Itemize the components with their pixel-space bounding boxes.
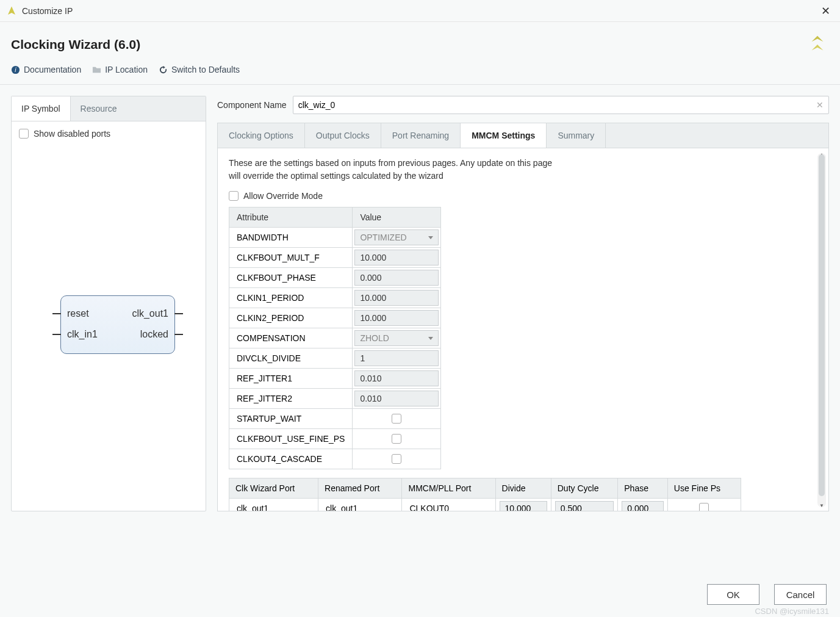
info-icon: i (11, 65, 20, 74)
attr-select[interactable]: OPTIMIZED (354, 229, 439, 245)
attr-name: CLKFBOUT_MULT_F (229, 248, 353, 268)
port-input[interactable]: 0.500 (555, 501, 614, 511)
ok-button[interactable]: OK (707, 584, 759, 605)
allow-override-label: Allow Override Mode (243, 191, 323, 201)
port-input[interactable]: 0.000 (622, 501, 664, 511)
scroll-down-icon[interactable]: ▼ (819, 503, 824, 508)
use-fine-ps-checkbox[interactable] (699, 503, 709, 512)
watermark: CSDN @icysmile131 (755, 607, 829, 616)
chevron-down-icon (428, 236, 433, 239)
page-title: Clocking Wizard (6.0) (11, 37, 806, 52)
cancel-button[interactable]: Cancel (774, 584, 827, 605)
port-clk-in1: clk_in1 (67, 329, 98, 340)
attr-name: CLKIN2_PERIOD (229, 308, 353, 328)
attr-value-cell: 0.000 (353, 268, 441, 288)
app-logo-icon (6, 5, 17, 16)
ip-location-link[interactable]: IP Location (92, 65, 148, 74)
attr-row: CLKIN1_PERIOD10.000 (229, 288, 441, 308)
tab-output-clocks[interactable]: Output Clocks (305, 123, 381, 148)
tab-summary[interactable]: Summary (547, 123, 606, 148)
attr-name: CLKFBOUT_PHASE (229, 268, 353, 288)
component-name-row: Component Name clk_wiz_0 ✕ (217, 96, 829, 114)
tab-port-renaming[interactable]: Port Renaming (381, 123, 461, 148)
component-name-input[interactable]: clk_wiz_0 ✕ (293, 96, 829, 114)
port-cell: CLKOUT0 (402, 499, 495, 512)
documentation-link[interactable]: i Documentation (11, 65, 81, 74)
right-tabs: Clocking Options Output Clocks Port Rena… (217, 123, 829, 148)
attr-value-cell: 10.000 (353, 308, 441, 328)
attr-checkbox[interactable] (354, 431, 439, 447)
port-input[interactable]: 10.000 (500, 501, 547, 511)
folder-icon (92, 65, 101, 74)
tab-ip-symbol[interactable]: IP Symbol (12, 96, 71, 121)
attr-input[interactable]: 10.000 (354, 310, 439, 326)
left-tabs: IP Symbol Resource (12, 96, 206, 121)
attr-value-cell (353, 409, 441, 429)
tab-clocking-options[interactable]: Clocking Options (218, 123, 305, 148)
refresh-icon (159, 65, 168, 74)
description-line2: will override the optimal settings calcu… (229, 170, 817, 182)
port-clk-out1: clk_out1 (132, 308, 168, 319)
attr-row: STARTUP_WAIT (229, 409, 441, 429)
attr-input[interactable]: 0.010 (354, 370, 439, 386)
attr-checkbox[interactable] (354, 411, 439, 427)
attr-value-cell (353, 449, 441, 469)
attr-input[interactable]: 0.000 (354, 270, 439, 286)
port-line-clk-out1 (174, 313, 183, 314)
component-name-label: Component Name (217, 100, 287, 110)
attr-name: REF_JITTER2 (229, 389, 353, 409)
attr-input[interactable]: 10.000 (354, 290, 439, 306)
attr-row: CLKFBOUT_PHASE0.000 (229, 268, 441, 288)
attr-checkbox[interactable] (354, 451, 439, 467)
close-icon[interactable]: ✕ (817, 4, 834, 18)
port-header: Duty Cycle (551, 478, 618, 499)
port-row: clk_out1clk_out1CLKOUT010.0000.5000.000 (229, 499, 741, 512)
attr-row: DIVCLK_DIVIDE1 (229, 348, 441, 369)
attr-name: BANDWIDTH (229, 228, 353, 248)
scroll-thumb[interactable] (819, 154, 825, 496)
description-line1: These are the settings based on inputs f… (229, 157, 817, 170)
attr-row: COMPENSATIONZHOLD (229, 328, 441, 348)
checkbox-icon (392, 414, 401, 424)
attr-row: CLKFBOUT_USE_FINE_PS (229, 429, 441, 449)
port-line-reset (52, 313, 61, 314)
clear-input-icon[interactable]: ✕ (816, 100, 824, 110)
main-body: IP Symbol Resource Show disabled ports r… (0, 85, 840, 511)
ip-location-label: IP Location (105, 65, 148, 74)
show-disabled-ports-checkbox[interactable]: Show disabled ports (19, 129, 198, 139)
scrollbar[interactable]: ▲ ▼ (817, 153, 826, 507)
checkbox-icon (392, 434, 401, 444)
ip-block-symbol: reset clk_in1 clk_out1 locked (60, 295, 175, 354)
attr-input[interactable]: 1 (354, 350, 439, 366)
port-locked: locked (140, 329, 168, 340)
attr-row: REF_JITTER20.010 (229, 389, 441, 409)
port-cell: clk_out1 (229, 499, 318, 512)
attr-input[interactable]: 0.010 (354, 391, 439, 406)
tab-resource[interactable]: Resource (71, 96, 127, 121)
port-header: Divide (495, 478, 551, 499)
port-cell: clk_out1 (318, 499, 402, 512)
port-line-clk-in1 (52, 334, 61, 335)
attr-input[interactable]: 10.000 (354, 250, 439, 265)
attr-value-cell (353, 429, 441, 449)
port-text: clk_out1 (322, 501, 398, 511)
header: Clocking Wizard (6.0) (0, 22, 840, 56)
port-cell (667, 499, 741, 512)
attr-header: Attribute (229, 207, 353, 228)
port-text: CLKOUT0 (406, 501, 491, 511)
attr-name: STARTUP_WAIT (229, 409, 353, 429)
allow-override-checkbox[interactable]: Allow Override Mode (229, 191, 817, 201)
vendor-logo-icon (806, 33, 829, 56)
attr-value-cell: 0.010 (353, 369, 441, 389)
checkbox-icon (19, 129, 29, 139)
attr-select[interactable]: ZHOLD (354, 330, 439, 346)
attr-row: REF_JITTER10.010 (229, 369, 441, 389)
switch-defaults-label: Switch to Defaults (171, 65, 240, 74)
switch-defaults-link[interactable]: Switch to Defaults (159, 65, 240, 74)
attr-name: COMPENSATION (229, 328, 353, 348)
attr-row: CLKFBOUT_MULT_F10.000 (229, 248, 441, 268)
attr-name: CLKIN1_PERIOD (229, 288, 353, 308)
attr-row: BANDWIDTHOPTIMIZED (229, 228, 441, 248)
tab-mmcm-settings[interactable]: MMCM Settings (461, 123, 547, 148)
checkbox-icon (392, 454, 401, 464)
